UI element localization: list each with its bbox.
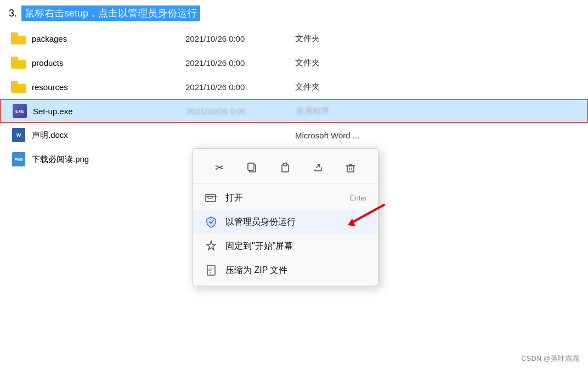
file-row[interactable]: W 声明.docx Microsoft Word ... bbox=[0, 123, 588, 147]
file-date: 2021/10/26 0:00 bbox=[185, 82, 295, 92]
file-name: packages bbox=[32, 34, 185, 43]
svg-line-9 bbox=[351, 205, 384, 223]
setup-exe-row[interactable]: EXE Set-up.exe 2021/10/26 0:00 应用程序 bbox=[0, 99, 588, 123]
svg-text:ZIP: ZIP bbox=[208, 268, 213, 271]
watermark: CSDN @落叶霜霜 bbox=[521, 354, 579, 364]
file-type: 文件夹 bbox=[295, 82, 577, 92]
open-label: 打开 bbox=[225, 192, 350, 204]
svg-rect-1 bbox=[248, 163, 254, 170]
instruction-text: 鼠标右击setup，点击以管理员身份运行 bbox=[21, 5, 200, 21]
file-date: 2021/10/26 0:00 bbox=[185, 58, 295, 68]
file-date: 2021/10/26 0:00 bbox=[186, 107, 296, 116]
copy-button[interactable] bbox=[241, 157, 263, 179]
file-type: 文件夹 bbox=[295, 58, 577, 68]
compress-zip-label: 压缩为 ZIP 文件 bbox=[225, 265, 367, 276]
svg-rect-3 bbox=[284, 163, 287, 166]
folder-icon bbox=[11, 56, 26, 69]
open-icon bbox=[203, 191, 219, 204]
file-name: 声明.docx bbox=[32, 130, 185, 141]
file-row[interactable]: packages 2021/10/26 0:00 文件夹 bbox=[0, 26, 588, 51]
file-row[interactable]: resources 2021/10/26 0:00 文件夹 bbox=[0, 75, 588, 99]
folder-icon bbox=[11, 80, 26, 93]
instruction-number: 3. bbox=[9, 8, 17, 19]
svg-rect-4 bbox=[347, 166, 354, 172]
cut-button[interactable]: ✂ bbox=[209, 157, 231, 179]
file-type: Microsoft Word ... bbox=[295, 131, 577, 140]
file-date: 2021/10/26 0:00 bbox=[185, 34, 295, 43]
delete-button[interactable] bbox=[340, 157, 361, 179]
instruction-bar: 3. 鼠标右击setup，点击以管理员身份运行 bbox=[0, 0, 588, 26]
context-icon-toolbar: ✂ bbox=[193, 152, 378, 183]
exe-icon: EXE bbox=[12, 104, 27, 118]
file-name: resources bbox=[32, 82, 185, 92]
context-compress-zip[interactable]: ZIP 压缩为 ZIP 文件 bbox=[193, 258, 378, 282]
pin-start-label: 固定到"开始"屏幕 bbox=[225, 241, 367, 252]
paste-button[interactable] bbox=[274, 157, 296, 179]
context-pin-start[interactable]: 固定到"开始"屏幕 bbox=[193, 234, 378, 258]
file-row[interactable]: products 2021/10/26 0:00 文件夹 bbox=[0, 51, 588, 75]
word-icon: W bbox=[11, 129, 26, 142]
pin-icon bbox=[203, 239, 219, 253]
file-type: 文件夹 bbox=[295, 34, 577, 44]
shield-icon bbox=[203, 215, 219, 228]
file-name: products bbox=[32, 58, 185, 68]
file-name: 下载必阅读.png bbox=[32, 154, 185, 165]
share-button[interactable] bbox=[307, 157, 329, 179]
open-shortcut: Enter bbox=[350, 194, 367, 202]
file-name: Set-up.exe bbox=[33, 107, 186, 116]
zip-icon: ZIP bbox=[203, 264, 219, 277]
file-type: 应用程序 bbox=[296, 106, 576, 116]
png-icon: PNG bbox=[11, 153, 26, 166]
folder-icon bbox=[11, 32, 26, 45]
